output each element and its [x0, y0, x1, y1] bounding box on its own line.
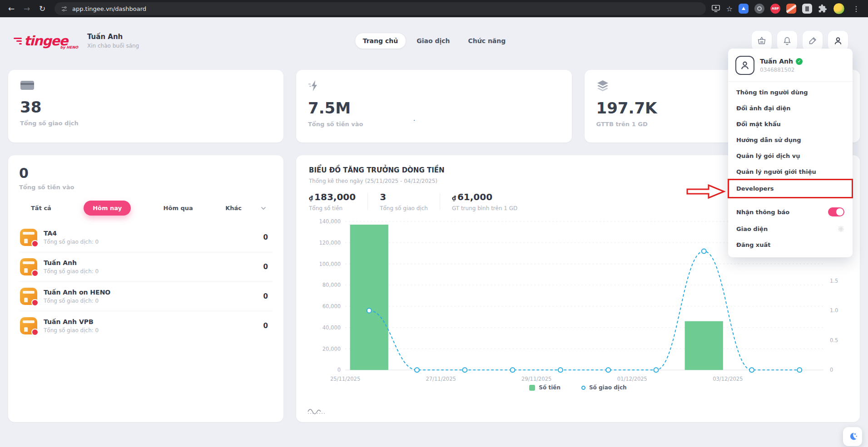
header-actions: [752, 31, 848, 51]
svg-text:0.5: 0.5: [830, 337, 838, 344]
chart-stat-value: 183,000: [314, 192, 356, 202]
profile-dropdown-menu: Tuấn Anh ✓ 0346881502 Thông tin người dù…: [728, 49, 853, 257]
profile-menu-header: Tuấn Anh ✓ 0346881502: [728, 49, 853, 80]
account-row-tuan-anh-heno[interactable]: Tuấn Anh on HENO Tổng số giao dịch: 0 0: [19, 282, 273, 311]
profile-button[interactable]: [828, 31, 848, 51]
reload-icon[interactable]: ↻: [35, 4, 49, 13]
date-filter-tabs: Tất cả Hôm nay Hôm qua Khác: [19, 201, 273, 216]
account-name: Tuấn Anh VPB: [44, 318, 99, 325]
adblock-extension-icon[interactable]: ABP: [770, 4, 780, 14]
browser-profile-avatar[interactable]: [833, 3, 845, 15]
chart-stat-total-tx: 3 Tổng số giao dịch: [380, 192, 440, 211]
legend-transactions-swatch: [581, 386, 585, 390]
bookmark-star-icon[interactable]: ☆: [726, 5, 733, 13]
filter-all[interactable]: Tất cả: [31, 205, 51, 211]
site-settings-icon[interactable]: [61, 5, 68, 12]
chart-legend: Số tiền Số giao dịch: [309, 384, 847, 391]
menu-item-developers[interactable]: Developers: [728, 181, 853, 196]
chart-stat-label: Tổng số giao dịch: [380, 205, 428, 211]
svg-text:140,000: 140,000: [319, 218, 341, 225]
legend-transactions[interactable]: Số giao dịch: [581, 384, 627, 391]
menu-item-change-password[interactable]: Đổi mật khẩu: [728, 116, 853, 132]
logo-speed-lines: [14, 38, 22, 44]
floating-darkmode-button[interactable]: [843, 427, 862, 446]
sun-icon: [838, 226, 844, 232]
menu-item-theme[interactable]: Giao diện: [728, 221, 853, 237]
menu-item-user-guide[interactable]: Hướng dẫn sử dụng: [728, 132, 853, 148]
extension-icon-gray-square[interactable]: [802, 4, 812, 14]
svg-text:03/12/2025: 03/12/2025: [713, 376, 743, 382]
extension-icon-gray-circle[interactable]: [754, 4, 764, 14]
main-nav: Trang chủ Giao dịch Chức năng: [355, 33, 514, 49]
screen: ← → ↻ app.tingee.vn/dashboard ☆ ABP: [0, 0, 868, 447]
legend-money-swatch: [529, 385, 535, 391]
filter-yesterday[interactable]: Hôm qua: [164, 205, 193, 211]
notifications-toggle[interactable]: [828, 207, 844, 216]
layers-icon: [596, 80, 609, 92]
person-icon: [739, 59, 751, 71]
svg-text:80,000: 80,000: [322, 282, 341, 288]
menu-item-logout[interactable]: Đăng xuất: [728, 237, 853, 253]
notifications-label: Nhận thông báo: [736, 209, 789, 216]
chart-stat-label: GT trung bình trên 1 GD: [452, 205, 517, 211]
chart-stat-value: 61,000: [457, 192, 492, 202]
extensions-puzzle-icon[interactable]: [818, 4, 827, 13]
menu-item-manage-referrers[interactable]: Quản lý người giới thiệu: [728, 164, 853, 180]
account-row-tuan-anh-vpb[interactable]: Tuấn Anh VPB Tổng số giao dịch: 0 0: [19, 311, 273, 340]
filter-other-label: Khác: [225, 205, 242, 211]
extension-icon-blue[interactable]: [739, 4, 749, 14]
legend-transactions-label: Số giao dịch: [589, 384, 627, 391]
url-text: app.tingee.vn/dashboard: [72, 5, 146, 12]
svg-text:01/12/2025: 01/12/2025: [617, 376, 647, 382]
chart-stat-total-money: ₫183,000 Tổng số tiền: [309, 192, 367, 211]
url-bar[interactable]: app.tingee.vn/dashboard: [55, 2, 706, 15]
greeting-text: Xin chào buổi sáng: [87, 43, 139, 49]
account-list: TA4 Tổng số giao dịch: 0 0 Tuấn Anh Tổng…: [19, 223, 273, 340]
svg-text:27/11/2025: 27/11/2025: [426, 376, 456, 382]
theme-label: Giao diện: [736, 226, 768, 232]
profile-avatar: [735, 56, 754, 75]
legend-money[interactable]: Số tiền: [529, 384, 560, 391]
browser-menu-icon[interactable]: ⋮: [851, 5, 862, 13]
back-icon[interactable]: ←: [5, 4, 18, 13]
svg-text:60,000: 60,000: [322, 303, 341, 309]
chart-stat-value: 3: [380, 192, 386, 202]
account-value: 0: [263, 263, 272, 271]
stat-label: Tổng số giao dịch: [20, 120, 272, 127]
menu-item-user-info[interactable]: Thông tin người dùng: [728, 84, 853, 100]
account-row-ta4[interactable]: TA4 Tổng số giao dịch: 0 0: [19, 223, 273, 252]
basket-icon: [757, 36, 767, 46]
menu-item-manage-packages[interactable]: Quản lý gói dịch vụ: [728, 148, 853, 164]
svg-text:100,000: 100,000: [319, 261, 341, 267]
currency-symbol: ₫: [309, 195, 313, 201]
nav-tab-home[interactable]: Trang chủ: [355, 33, 406, 49]
datazoom-restore-icon[interactable]: [307, 406, 327, 417]
svg-text:1.0: 1.0: [830, 307, 838, 314]
svg-text:20,000: 20,000: [322, 346, 341, 352]
theme-brush-button[interactable]: [803, 31, 823, 51]
menu-item-notifications[interactable]: Nhận thông báo: [728, 203, 853, 221]
account-row-tuan-anh[interactable]: Tuấn Anh Tổng số giao dịch: 0 0: [19, 252, 273, 282]
save-to-device-icon[interactable]: [711, 5, 720, 13]
shop-icon: [20, 317, 37, 334]
moon-icon: [848, 432, 858, 442]
nav-tab-transactions[interactable]: Giao dịch: [409, 33, 457, 49]
menu-item-change-avatar[interactable]: Đổi ảnh đại diện: [728, 100, 853, 116]
accounts-total-label: Tổng số tiền vào: [19, 184, 273, 191]
divider: [728, 81, 853, 82]
nav-tab-functions[interactable]: Chức năng: [461, 33, 514, 49]
filter-today[interactable]: Hôm nay: [84, 201, 131, 216]
basket-button[interactable]: [752, 31, 772, 51]
svg-text:120,000: 120,000: [319, 240, 341, 246]
chart-stat-avg: ₫61,000 GT trung bình trên 1 GD: [452, 192, 529, 211]
extension-icon-orange[interactable]: [786, 4, 796, 14]
notifications-button[interactable]: [777, 31, 797, 51]
tingee-logo[interactable]: tingee by HENO: [14, 34, 81, 48]
forward-icon[interactable]: →: [20, 4, 34, 13]
profile-name: Tuấn Anh: [760, 58, 793, 65]
filter-other[interactable]: Khác: [225, 205, 266, 211]
divider: [440, 193, 440, 210]
browser-actions: ☆ ABP ⋮: [711, 3, 863, 15]
svg-text:0: 0: [830, 367, 833, 373]
accounts-panel: 0 Tổng số tiền vào Tất cả Hôm nay Hôm qu…: [8, 155, 283, 422]
